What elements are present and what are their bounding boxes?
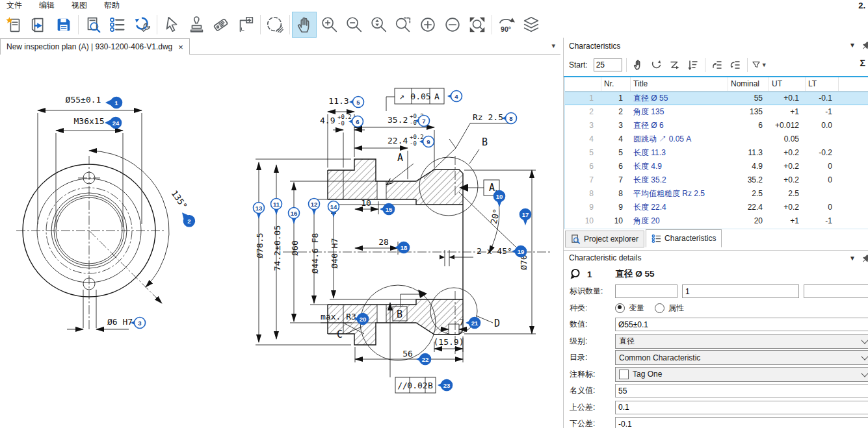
balloon-4: 4 (447, 91, 462, 102)
hatch-region-button[interactable] (263, 12, 287, 38)
corner-balloon-button[interactable] (233, 12, 258, 38)
catalog-select[interactable]: Common Characteristic (615, 350, 868, 365)
balloon-8: 8 (502, 113, 517, 124)
document-tab[interactable]: New inspection plan (A) | 930-1200-406-V… (0, 38, 190, 55)
table-row[interactable]: 1010角度 2020+1-1 (565, 214, 868, 228)
filter-button[interactable]: ▼ (752, 57, 767, 73)
rotate-90-button[interactable]: 90° (494, 12, 519, 38)
svg-text:19: 19 (518, 248, 525, 255)
zoom-dynamic-button[interactable] (366, 12, 391, 38)
dim-20deg: 20° (489, 208, 502, 225)
tag-checkbox[interactable] (619, 370, 629, 379)
tab-project-explorer[interactable]: Project explorer (565, 231, 644, 247)
table-row[interactable]: 99长度 22.422.4+0.20 (565, 201, 868, 214)
table-row[interactable]: 66长度 4.94.9+0.20 (565, 160, 868, 173)
level-label: 级别: (570, 336, 615, 347)
zoom-out-button[interactable] (341, 12, 366, 38)
pan-tool-button[interactable] (292, 12, 317, 38)
details-panel-title: Characteristic details (569, 253, 641, 262)
zoom-in-button[interactable] (317, 12, 341, 38)
scale-up-button[interactable] (415, 12, 440, 38)
panel-menu-caret-icon[interactable]: ▼ (849, 42, 856, 49)
new-plan-button[interactable] (2, 12, 27, 38)
id-count-input-3[interactable] (804, 284, 868, 298)
id-count-input-2[interactable] (682, 284, 799, 298)
table-row[interactable]: 55长度 11.311.3+0.2-0.2 (565, 146, 868, 160)
menu-edit[interactable]: 编辑 (39, 0, 55, 11)
table-row[interactable]: 22角度 135135+1-1 (565, 105, 868, 119)
value-input[interactable] (615, 318, 868, 331)
details-pin-icon[interactable] (862, 253, 868, 266)
reorder-path-button[interactable] (667, 57, 683, 73)
upper-tol-input[interactable] (615, 401, 868, 414)
field-value: 数值: (570, 317, 868, 332)
settings-sync-button[interactable] (130, 12, 155, 38)
tag-select[interactable]: Tag One (615, 367, 868, 382)
lower-tol-input[interactable] (615, 417, 868, 428)
tag-button[interactable] (209, 12, 233, 38)
nominal-label: 名义值: (570, 385, 615, 396)
balloon-19: 19 (512, 246, 527, 257)
menu-view[interactable]: 视图 (72, 0, 87, 11)
svg-text:2: 2 (187, 218, 191, 225)
start-label: Start: (569, 60, 588, 69)
table-header-row[interactable]: Nr. Title Nominal UT LT (565, 77, 868, 92)
field-upper-tol: 上公差: (570, 400, 868, 415)
tab-characteristics[interactable]: Characteristics (646, 229, 722, 247)
panel-pin-icon[interactable] (862, 40, 868, 53)
sort-list-button[interactable] (685, 57, 701, 73)
svg-text:4: 4 (454, 93, 458, 100)
menu-bar: 文件 编辑 视图 帮助 (0, 0, 868, 10)
svg-text:24: 24 (112, 120, 120, 127)
characteristic-list-button[interactable] (105, 12, 130, 38)
balloon-14: 14 (328, 201, 339, 218)
level-select[interactable]: 直径 (615, 334, 868, 349)
details-panel-header: Characteristic details ▼ (564, 250, 868, 265)
kind-variable-label: 变量 (629, 303, 644, 314)
table-row[interactable]: 44圆跳动 ↗ 0.05 A0.05 (565, 132, 868, 146)
balloon-24: 24 (105, 118, 122, 129)
table-row[interactable]: 11直径 Ø 5555+0.1-0.1 (565, 92, 868, 105)
characteristic-number: 1 (587, 270, 592, 279)
tab-overflow-icon[interactable]: ▾ (551, 42, 555, 50)
select-cursor-button[interactable] (159, 12, 184, 38)
insert-before-button[interactable] (709, 57, 725, 73)
save-button[interactable] (51, 12, 76, 38)
balloon-13: 13 (254, 203, 265, 220)
value-label: 数值: (570, 319, 615, 330)
dim-hole-6h7: Ø6 H7 (107, 317, 133, 327)
kind-variable-radio[interactable] (615, 303, 625, 313)
stamp-button[interactable] (184, 12, 209, 38)
table-row[interactable]: 77长度 35.235.2+0.20 (565, 173, 868, 187)
table-row[interactable]: 88平均值粗糙度 Rz 2.52.52.5 (565, 187, 868, 201)
table-row[interactable]: 33直径 Ø 66+0.0120.0 (565, 119, 868, 132)
insert-after-button[interactable] (728, 57, 743, 73)
kind-attribute-radio[interactable] (655, 303, 664, 313)
field-nominal: 名义值: (570, 383, 868, 398)
nominal-input[interactable] (615, 384, 868, 397)
zoom-window-button[interactable] (391, 12, 415, 38)
layers-button[interactable] (519, 12, 544, 38)
open-plan-button[interactable] (27, 12, 51, 38)
datum-a-label: A (489, 182, 495, 194)
menu-help[interactable]: 帮助 (104, 0, 120, 11)
dim-chamfer: 2 x 45° (477, 246, 512, 256)
drawing-canvas[interactable]: Ø55±0.1 M36x15 135° Ø6 H7 (0, 55, 560, 428)
details-menu-caret-icon[interactable]: ▼ (849, 255, 856, 262)
pick-mode-button[interactable] (631, 57, 646, 73)
id-count-input-1[interactable] (615, 284, 677, 298)
tab-close-icon[interactable]: × (178, 42, 183, 52)
start-number-input[interactable] (594, 58, 622, 71)
svg-text:23: 23 (443, 382, 451, 389)
section-view: B C D A B ↗ 0.05 A // 0.02 B Rz 2.5 A (255, 88, 551, 393)
svg-text:14: 14 (330, 203, 337, 210)
zoom-fit-button[interactable] (465, 12, 490, 38)
svg-text:+0.2: +0.2 (410, 134, 424, 140)
renumber-button[interactable] (649, 57, 664, 73)
scale-down-button[interactable] (440, 12, 465, 38)
find-document-button[interactable] (81, 12, 105, 38)
characteristics-panel-title: Characteristics (569, 42, 620, 51)
sigma-button[interactable]: Σ (860, 58, 865, 68)
chevron-down-icon (861, 336, 868, 344)
menu-file[interactable]: 文件 (7, 0, 22, 11)
